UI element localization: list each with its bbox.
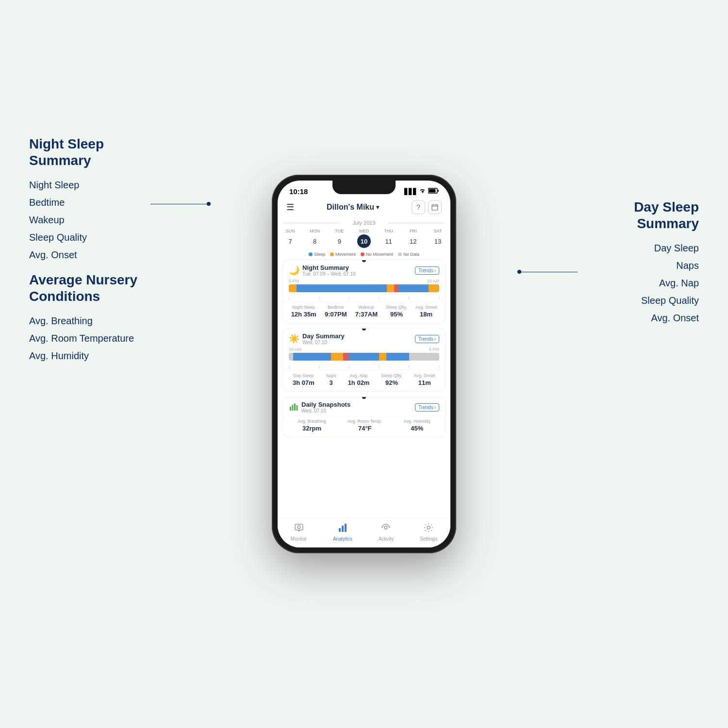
menu-icon[interactable]: ☰ bbox=[286, 202, 294, 213]
svg-rect-15 bbox=[339, 528, 341, 532]
day-time-range: 10 AM 5 PM bbox=[283, 347, 445, 353]
annotation-item: Bedtime bbox=[29, 194, 104, 211]
day-bar-move-2 bbox=[379, 353, 387, 361]
cal-day-sat[interactable]: SAT 13 bbox=[431, 229, 445, 248]
night-tick-marks: |||||| bbox=[283, 296, 445, 301]
day-bar-sleep-1 bbox=[293, 353, 331, 361]
night-card-subtitle: Tue, 07.09 – Wed, 07.10 bbox=[302, 271, 356, 277]
svg-rect-9 bbox=[294, 403, 296, 411]
annotation-item: Night Sleep bbox=[29, 176, 104, 194]
day-stat-sleep: Day Sleep 3h 07m bbox=[293, 373, 314, 386]
legend-no-movement: No Movement bbox=[361, 252, 393, 257]
calendar-days[interactable]: SUN 7 MON 8 TUE 9 WED 10 bbox=[283, 229, 445, 248]
trends-label: Trends bbox=[418, 268, 433, 273]
bar-movement-2 bbox=[387, 284, 395, 292]
sleep-dot bbox=[309, 252, 313, 256]
help-button[interactable]: ? bbox=[412, 200, 425, 214]
day-stat-avg-nap: Avg. Nap 1h 02m bbox=[348, 373, 370, 386]
annotation-night-sleep: Night SleepSummary Night Sleep Bedtime W… bbox=[29, 136, 104, 264]
day-sleep-items: Day Sleep Naps Avg. Nap Sleep Quality Av… bbox=[634, 239, 699, 327]
header-title: Dillon's Miku ▾ bbox=[327, 203, 379, 212]
annotation-item: Avg. Nap bbox=[634, 274, 699, 292]
nav-analytics-label: Analytics bbox=[333, 536, 352, 542]
night-time-start: 5 PM bbox=[289, 279, 299, 283]
svg-rect-1 bbox=[429, 189, 436, 193]
svg-rect-2 bbox=[438, 190, 439, 192]
calendar-button[interactable] bbox=[428, 200, 442, 214]
day-tick-marks: |||||| bbox=[283, 364, 445, 370]
snap-card-title: Daily Snapshots bbox=[301, 401, 350, 408]
snap-card-subtitle: Wed, 07.10 bbox=[301, 408, 350, 414]
legend-no-data-label: No Data bbox=[403, 252, 419, 257]
annotation-item: Avg. Breathing bbox=[29, 312, 137, 330]
cal-day-thu[interactable]: THU 11 bbox=[382, 229, 396, 248]
cal-day-wed[interactable]: WED 10 bbox=[357, 229, 371, 248]
bar-sleep-1 bbox=[297, 284, 387, 292]
day-icon: ☀️ bbox=[289, 333, 299, 344]
no-data-dot bbox=[398, 252, 402, 256]
night-stat-onset: Avg. Onset 18m bbox=[415, 305, 437, 318]
connector-dot-night bbox=[207, 202, 211, 206]
day-time-end: 5 PM bbox=[429, 347, 439, 352]
day-bar-nodata bbox=[289, 353, 293, 361]
day-time-start: 10 AM bbox=[289, 347, 301, 352]
battery-icon bbox=[428, 188, 439, 195]
night-card-title-wrap: 🌙 Night Summary Tue, 07.09 – Wed, 07.10 bbox=[289, 264, 356, 277]
night-stat-quality: Sleep Qlty. 95% bbox=[386, 305, 407, 318]
nav-settings[interactable]: Settings bbox=[420, 522, 437, 542]
no-movement-dot bbox=[361, 252, 364, 256]
cal-day-mon[interactable]: MON 8 bbox=[308, 229, 322, 248]
dropdown-arrow[interactable]: ▾ bbox=[376, 204, 379, 211]
nav-monitor[interactable]: Monitor bbox=[291, 522, 307, 542]
day-card-stats: Day Sleep 3h 07m Naps 3 Avg. Nap 1h 02m bbox=[283, 370, 445, 391]
day-card-subtitle: Wed, 07.10 bbox=[302, 340, 345, 345]
snap-card-title-wrap: Daily Snapshots Wed, 07.10 bbox=[289, 401, 350, 414]
night-sleep-items: Night Sleep Bedtime Wakeup Sleep Quality… bbox=[29, 176, 104, 264]
day-bar-sleep-2 bbox=[349, 353, 379, 361]
day-sleep-title: Day SleepSummary bbox=[634, 199, 699, 232]
night-stat-sleep: Night Sleep 12h 35m bbox=[291, 305, 316, 318]
day-card-title: Day Summary bbox=[302, 332, 345, 340]
status-icons: ▋▋▋ bbox=[404, 188, 439, 195]
activity-icon bbox=[381, 522, 391, 535]
nav-activity[interactable]: Activity bbox=[379, 522, 394, 542]
legend-movement: Movement bbox=[330, 252, 356, 257]
day-stat-onset: Avg. Onset 11m bbox=[414, 373, 435, 386]
night-time-range: 5 PM 10 AM bbox=[283, 279, 445, 284]
snap-trends-arrow: › bbox=[434, 405, 436, 410]
snap-trends-button[interactable]: Trends › bbox=[415, 403, 439, 412]
bar-movement-3 bbox=[429, 284, 439, 292]
status-time: 10:18 bbox=[289, 187, 308, 196]
night-summary-card: 🌙 Night Summary Tue, 07.09 – Wed, 07.10 … bbox=[282, 260, 446, 323]
trends-arrow: › bbox=[434, 268, 436, 273]
annotation-item: Wakeup bbox=[29, 211, 104, 229]
night-stat-wakeup: Wakeup 7:37AM bbox=[355, 305, 378, 318]
cal-day-sun[interactable]: SUN 7 bbox=[283, 229, 297, 248]
day-sleep-bar bbox=[289, 353, 439, 361]
snap-card-title-block: Daily Snapshots Wed, 07.10 bbox=[301, 401, 350, 414]
night-card-header: 🌙 Night Summary Tue, 07.09 – Wed, 07.10 … bbox=[283, 260, 445, 279]
connector-line-day bbox=[519, 272, 578, 272]
movement-dot bbox=[330, 252, 334, 256]
legend-no-data: No Data bbox=[398, 252, 419, 257]
svg-rect-8 bbox=[292, 405, 294, 411]
night-sleep-title: Night SleepSummary bbox=[29, 136, 104, 168]
annotation-item: Day Sleep bbox=[634, 239, 699, 257]
cal-day-tue[interactable]: TUE 9 bbox=[332, 229, 346, 248]
snap-stat-breathing: Avg. Breathing 32rpm bbox=[298, 419, 326, 432]
legend-movement-label: Movement bbox=[335, 252, 356, 257]
scroll-content[interactable]: 🌙 Night Summary Tue, 07.09 – Wed, 07.10 … bbox=[278, 260, 450, 518]
legend-sleep-label: Sleep bbox=[314, 252, 325, 257]
day-trends-button[interactable]: Trends › bbox=[415, 335, 439, 343]
settings-icon bbox=[423, 522, 434, 535]
cal-day-fri[interactable]: FRI 12 bbox=[406, 229, 420, 248]
night-icon: 🌙 bbox=[289, 265, 299, 276]
day-summary-card: ☀️ Day Summary Wed, 07.10 Trends › 10 bbox=[282, 328, 446, 392]
night-trends-button[interactable]: Trends › bbox=[415, 266, 439, 275]
day-stat-quality: Sleep Qlty. 92% bbox=[381, 373, 402, 386]
svg-rect-10 bbox=[297, 405, 298, 411]
snap-stat-humidity: Avg. Humidity 45% bbox=[404, 419, 430, 432]
nav-monitor-label: Monitor bbox=[291, 536, 307, 542]
nav-analytics[interactable]: Analytics bbox=[333, 522, 352, 542]
monitor-icon bbox=[294, 522, 304, 535]
